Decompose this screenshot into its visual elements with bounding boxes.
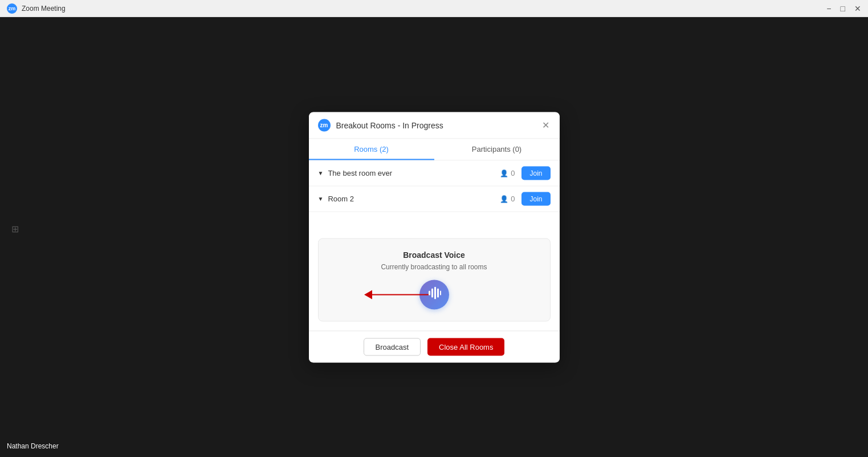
room-participants: 👤 0 [500,195,515,203]
window-close-button[interactable]: ✕ [854,5,861,13]
broadcast-voice-title: Broadcast Voice [330,250,539,259]
join-room1-button[interactable]: Join [521,166,550,180]
breakout-rooms-dialog: zm Breakout Rooms - In Progress ✕ Rooms … [309,112,560,362]
svg-rect-4 [440,291,441,296]
svg-rect-1 [431,289,433,298]
dialog-tabs: Rooms (2) Participants (0) [309,139,560,160]
dialog-title: Breakout Rooms - In Progress [336,120,541,130]
room-name: The best room ever [328,169,500,177]
broadcast-mic-button[interactable] [419,280,449,309]
participant-count: 0 [511,169,515,177]
chevron-down-icon[interactable]: ▼ [318,170,324,176]
dialog-close-button[interactable]: ✕ [541,119,551,131]
rooms-list: ▼ The best room ever 👤 0 Join ▼ Room 2 👤… [309,160,560,229]
svg-rect-0 [429,291,430,296]
app-title: Zoom Meeting [22,5,826,13]
close-all-rooms-button[interactable]: Close All Rooms [427,338,504,355]
maximize-button[interactable]: □ [841,5,845,13]
mic-button-wrapper [330,280,539,309]
participant-count: 0 [511,195,515,203]
svg-rect-3 [437,289,439,298]
minimize-button[interactable]: − [826,5,831,13]
room-participants: 👤 0 [500,169,515,177]
broadcast-voice-section: Broadcast Voice Currently broadcasting t… [318,238,551,321]
dialog-footer: Broadcast Close All Rooms [309,330,560,362]
broadcast-voice-subtitle: Currently broadcasting to all rooms [330,262,539,270]
user-name: Nathan Drescher [7,442,59,450]
modal-container: zm Breakout Rooms - In Progress ✕ Rooms … [309,112,560,362]
participants-icon: 👤 [500,195,508,203]
window-controls: − □ ✕ [826,5,861,13]
chevron-down-icon[interactable]: ▼ [318,196,324,202]
join-room2-button[interactable]: Join [521,192,550,205]
title-bar: zm Zoom Meeting − □ ✕ [0,0,868,17]
room-item: ▼ Room 2 👤 0 Join [309,186,560,212]
dialog-header: zm Breakout Rooms - In Progress ✕ [309,112,560,139]
participants-icon: 👤 [500,169,508,177]
room-name: Room 2 [328,195,500,203]
tab-rooms[interactable]: Rooms (2) [309,139,434,160]
room-item: ▼ The best room ever 👤 0 Join [309,160,560,186]
arrow-head [364,290,372,299]
mic-waves-icon [427,287,441,302]
side-icon: ⊞ [11,223,19,234]
svg-rect-2 [434,287,436,300]
app-logo: zm [7,3,17,14]
dialog-logo: zm [318,119,331,131]
tab-participants[interactable]: Participants (0) [434,139,560,160]
broadcast-button[interactable]: Broadcast [364,338,421,355]
